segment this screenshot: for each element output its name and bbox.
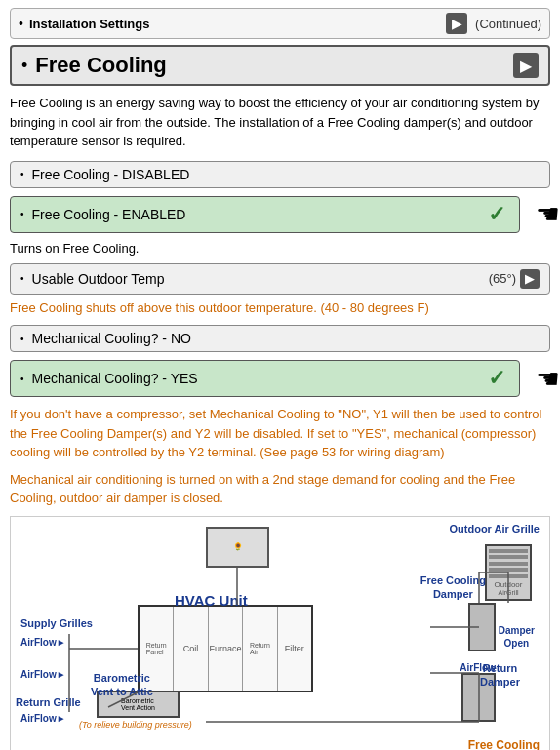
top-bar-next-button[interactable]: ▶ [446, 13, 467, 34]
mech-description-2: Mechanical air conditioning is turned on… [10, 470, 550, 508]
hand-pointer-enabled: ☛ [536, 198, 560, 230]
outdoor-air-grille-label: Outdoor Air Grille [450, 522, 540, 535]
airflow-left-label: AirFlow► [20, 636, 66, 649]
hvac-furnace: Furnace [209, 607, 243, 691]
top-bar-bullet: • [19, 16, 23, 31]
temp-bullet: • [20, 273, 24, 284]
section-header: • Free Cooling ▶ [10, 45, 550, 86]
hvac-unit-box: ReturnPanel Coil Furnace ReturnAir Filte… [138, 605, 313, 692]
hvac-diagram: 🌻 Outdoor Air Grille Outdoor AirGrill Fr… [10, 516, 550, 751]
return-grille-label: Return Grille [16, 695, 81, 709]
usable-outdoor-temp-option[interactable]: • Usable Outdoor Temp (65°) ▶ [10, 263, 550, 295]
hvac-filter: Filter [278, 607, 311, 691]
hvac-coil: Coil [174, 607, 208, 691]
free-cooling-bottom-label: Free Cooling [468, 738, 540, 750]
mech-cooling-no-option[interactable]: • Mechanical Cooling? - NO [10, 325, 550, 352]
barometric-sub-label: (To relieve building pressure) [79, 720, 192, 731]
free-cooling-damper-label: Free CoolingDamper [420, 573, 486, 602]
hvac-unit-label: HVAC Unit [175, 591, 248, 611]
enabled-label: Free Cooling - ENABLED [32, 207, 488, 222]
barometric-vent-label: BarometricVent to Attic [91, 671, 153, 699]
temp-next-button[interactable]: ▶ [520, 269, 540, 289]
description-text: Free Cooling is an energy saving way to … [10, 94, 550, 151]
continued-label: (Continued) [475, 17, 541, 31]
mech-description-1: If you don't have a compressor, set Mech… [10, 405, 550, 462]
free-cooling-enabled-option[interactable]: • Free Cooling - ENABLED ✓ [10, 196, 520, 233]
airflow-return-label: AirFlow► [20, 712, 66, 725]
mech-yes-bullet: • [20, 374, 24, 384]
temp-description: Free Cooling shuts off above this outdoo… [10, 298, 550, 318]
enabled-subtext: Turns on Free Cooling. [10, 241, 550, 256]
outdoor-grille-box: Outdoor AirGrill [485, 544, 532, 601]
mech-cooling-yes-option[interactable]: • Mechanical Cooling? - YES ✓ [10, 360, 520, 397]
temp-label: Usable Outdoor Temp [32, 271, 489, 287]
hvac-return-air: ReturnAir [243, 607, 277, 691]
thermostat-icon: 🌻 [206, 527, 269, 568]
free-cooling-disabled-option[interactable]: • Free Cooling - DISABLED [10, 161, 550, 188]
mech-no-label: Mechanical Cooling? - NO [32, 331, 540, 346]
free-cooling-damper-box [468, 603, 496, 651]
mech-yes-checkmark: ✓ [488, 366, 505, 391]
section-title: Free Cooling [35, 53, 513, 78]
damper-open-label: DamperOpen [499, 624, 535, 650]
mech-yes-label: Mechanical Cooling? - YES [32, 371, 488, 386]
supply-grilles-label: Supply Grilles [20, 616, 93, 630]
enabled-checkmark: ✓ [488, 202, 505, 227]
top-bar-title: Installation Settings [29, 17, 446, 31]
temp-value: (65°) [489, 271, 516, 286]
enabled-bullet: • [20, 209, 24, 219]
section-next-button[interactable]: ▶ [513, 53, 539, 78]
mech-no-bullet: • [20, 334, 24, 344]
airflow-left2-label: AirFlow► [20, 668, 66, 681]
top-navigation-bar: • Installation Settings ▶ (Continued) [10, 8, 550, 39]
disabled-label: Free Cooling - DISABLED [32, 167, 540, 182]
hand-pointer-mech: ☛ [536, 363, 560, 395]
section-bullet: • [21, 56, 27, 76]
return-damper-label: ReturnDamper [480, 661, 520, 690]
disabled-bullet: • [20, 169, 24, 179]
